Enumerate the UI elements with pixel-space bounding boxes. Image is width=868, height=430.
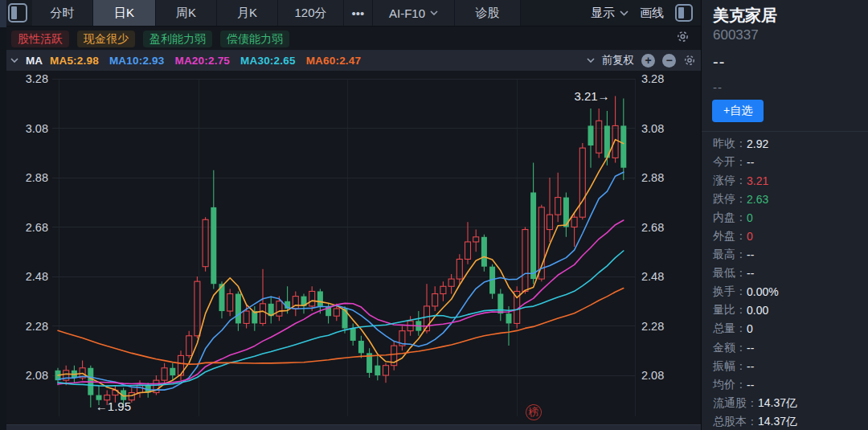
- stat-value: --: [747, 248, 754, 261]
- y-axis-label-left: 2.68: [26, 221, 48, 234]
- stat-label: 今开：: [713, 155, 747, 170]
- stat-label: 流通股：: [713, 396, 758, 411]
- candle-up: [579, 148, 585, 217]
- candle-up: [571, 217, 577, 227]
- ma10-line: [58, 172, 624, 390]
- stat-label: 最低：: [713, 266, 747, 281]
- chevron-down-icon[interactable]: [10, 58, 18, 63]
- stat-label: 涨停：: [713, 174, 747, 188]
- display-button[interactable]: 显示: [591, 0, 628, 26]
- candle-down: [358, 341, 364, 353]
- tab-label: 120分: [294, 6, 326, 21]
- candle-up: [334, 309, 339, 316]
- panel-divider: [702, 131, 868, 132]
- indicator-name[interactable]: MA: [26, 55, 43, 67]
- stat-value: 14.37亿: [758, 396, 797, 411]
- chevron-down-icon: [430, 10, 438, 15]
- tab-minute[interactable]: 分时: [32, 0, 93, 26]
- candle-down: [620, 125, 626, 167]
- tag-stock-activity[interactable]: 股性活跃: [11, 31, 69, 47]
- stat-row: 均价：--: [713, 375, 863, 394]
- panel-toggle-icon[interactable]: [8, 3, 27, 23]
- add-watchlist-button[interactable]: +自选: [712, 100, 764, 122]
- stat-label: 振幅：: [713, 359, 747, 374]
- stat-row: 最高：--: [713, 246, 863, 264]
- stat-label: 内盘：: [713, 211, 747, 225]
- candle-down: [350, 329, 356, 341]
- tab-monthly-k[interactable]: 月K: [217, 0, 278, 26]
- tab-diagnose-stock[interactable]: 诊股: [455, 0, 521, 26]
- stat-row: 今开：--: [713, 153, 863, 171]
- candle-up: [186, 336, 192, 356]
- tag-cash-level[interactable]: 现金很少: [77, 31, 135, 47]
- stat-value: --: [747, 360, 754, 373]
- candle-up: [260, 304, 266, 324]
- candle-up: [309, 291, 315, 305]
- tab-label: 诊股: [476, 6, 500, 21]
- stat-row: 换手：0.00%: [713, 283, 863, 301]
- price-annotation: 3.21→: [574, 89, 609, 103]
- stat-value: --: [747, 379, 754, 391]
- bottom-pane-edge[interactable]: [6, 424, 701, 430]
- stat-label: 最高：: [713, 248, 747, 262]
- chart-settings-gear-icon[interactable]: [683, 54, 696, 67]
- y-axis-label-left: 2.48: [26, 270, 48, 283]
- adjust-mode-label[interactable]: 前复权: [602, 53, 635, 68]
- price-chart-svg[interactable]: 3.283.283.083.082.882.882.682.682.482.48…: [6, 71, 701, 424]
- stat-label: 均价：: [713, 378, 747, 392]
- stat-value: 0.00%: [747, 285, 779, 298]
- candle-up: [457, 259, 462, 279]
- candle-down: [211, 207, 216, 284]
- ma-value-list: MA5:2.98MA10:2.93MA20:2.75MA30:2.65MA60:…: [50, 55, 361, 67]
- stat-value: 0: [747, 322, 753, 335]
- candle-up: [383, 366, 389, 375]
- candlestick-chart[interactable]: 3.283.283.083.082.882.882.682.682.482.48…: [6, 71, 701, 424]
- y-axis-label-right: 2.28: [641, 320, 664, 333]
- stat-value: 14.37亿: [758, 415, 797, 429]
- tags-settings-gear-icon[interactable]: [676, 30, 690, 47]
- candle-up: [432, 294, 438, 306]
- tab-daily-k[interactable]: 日K: [93, 0, 156, 26]
- chevron-down-icon[interactable]: [587, 58, 595, 63]
- candle-up: [440, 286, 446, 293]
- stat-label: 量比：: [713, 303, 747, 317]
- tab-weekly-k[interactable]: 周K: [156, 0, 217, 26]
- candle-down: [481, 237, 487, 267]
- stat-value: --: [747, 267, 754, 280]
- ma-value-4: MA60:2.47: [306, 55, 362, 67]
- candle-up: [162, 368, 167, 380]
- zoom-in-button[interactable]: +: [641, 54, 655, 68]
- candle-up: [522, 230, 528, 292]
- draw-line-button[interactable]: 画线: [640, 0, 664, 26]
- stat-row: 最低：--: [713, 264, 863, 283]
- price-change: --: [713, 80, 723, 94]
- candle-up: [227, 294, 233, 312]
- tag-profitability[interactable]: 盈利能力弱: [143, 31, 212, 47]
- layout-toggle-icon[interactable]: [675, 4, 693, 22]
- tab-more-periods[interactable]: •••: [344, 0, 373, 26]
- candle-down: [235, 294, 241, 324]
- y-axis-label-right: 2.08: [641, 369, 664, 382]
- current-price: --: [713, 53, 725, 72]
- stat-label: 外盘：: [713, 229, 747, 244]
- tab-label: 月K: [237, 6, 257, 21]
- chevron-down-icon: [620, 10, 628, 16]
- quote-side-panel: 美克家居 600337 -- -- +自选 昨收：2.92今开：--涨停：3.2…: [701, 0, 868, 430]
- tab-120min[interactable]: 120分: [278, 0, 344, 26]
- candle-down: [588, 125, 594, 145]
- stat-value: 2.92: [747, 137, 768, 150]
- tag-solvency[interactable]: 偿债能力弱: [220, 31, 289, 47]
- price-annotation: ←1.95: [96, 399, 131, 413]
- stat-row: 总量：0: [713, 320, 863, 338]
- candle-up: [137, 385, 143, 392]
- tab-ai-f10[interactable]: AI-F10: [373, 0, 455, 26]
- candle-up: [596, 121, 602, 153]
- stat-label: 跌停：: [713, 192, 747, 207]
- stat-label: 总量：: [713, 321, 747, 336]
- stat-label: 换手：: [713, 285, 747, 299]
- period-tabs: 分时日K周K月K120分•••AI-F10诊股: [32, 0, 521, 26]
- stat-row: 振幅：--: [713, 357, 863, 375]
- zoom-out-button[interactable]: −: [662, 54, 676, 68]
- y-axis-label-left: 3.28: [26, 72, 48, 85]
- period-toolbar: 分时日K周K月K120分•••AI-F10诊股 显示 画线: [6, 0, 701, 27]
